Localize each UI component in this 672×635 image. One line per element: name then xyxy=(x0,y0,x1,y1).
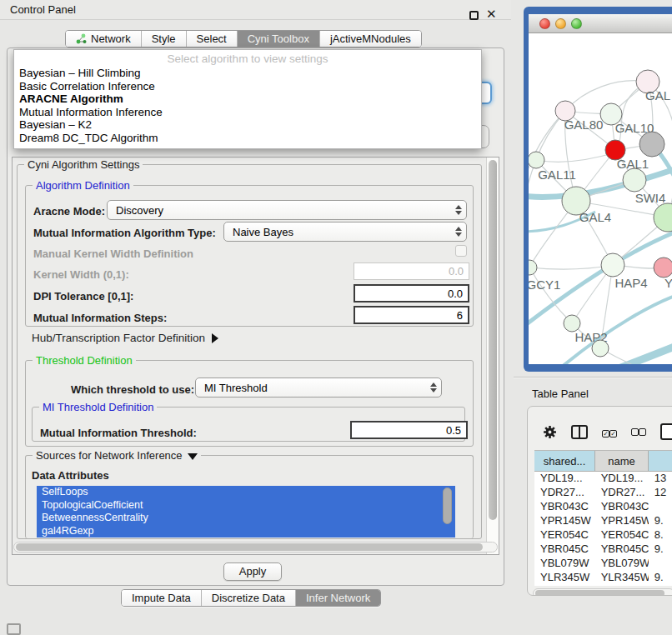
network-node-gcy1[interactable] xyxy=(529,260,537,275)
tab-jactivemnodules[interactable]: jActiveMNodules xyxy=(320,31,421,47)
network-node-gal11[interactable] xyxy=(529,152,544,168)
tab-cyni-toolbox[interactable]: Cyni Toolbox xyxy=(238,31,320,47)
which-threshold-combobox[interactable]: MI Threshold xyxy=(195,378,442,398)
node-table[interactable]: shared...name YDL19...YDL19...13YDR27...… xyxy=(534,450,672,586)
apply-button[interactable]: Apply xyxy=(223,562,282,581)
algorithm-option[interactable]: Basic Correlation Inference xyxy=(14,80,481,93)
table-horizontal-scrollbar[interactable] xyxy=(533,588,672,596)
zoom-window-icon[interactable] xyxy=(571,18,582,29)
tab-impute-data[interactable]: Impute Data xyxy=(122,590,202,606)
algorithm-option[interactable]: Bayesian – Hill Climbing xyxy=(14,67,481,80)
table-cell: YLR345W xyxy=(534,571,595,585)
scrollbar-thumb[interactable] xyxy=(443,488,452,524)
table-cell: YIL052C xyxy=(595,585,649,586)
minimize-window-icon[interactable] xyxy=(555,18,566,29)
manual-kernel-label: Manual Kernel Width Definition xyxy=(33,248,193,260)
table-cell: YBR043C xyxy=(534,500,595,514)
float-window-icon[interactable] xyxy=(469,11,479,20)
close-window-icon[interactable] xyxy=(539,18,550,29)
table-row[interactable]: YLR345WYLR345W9. xyxy=(534,571,672,585)
column-header-shared[interactable]: shared... xyxy=(534,451,595,471)
column-header[interactable] xyxy=(649,451,672,471)
table-row[interactable]: YER054CYER054C8. xyxy=(534,528,672,542)
table-row[interactable]: YDL19...YDL19...13 xyxy=(534,472,672,486)
algorithm-option[interactable]: ARACNE Algorithm xyxy=(14,92,481,106)
panel-divider xyxy=(514,377,672,378)
expand-right-icon[interactable] xyxy=(212,333,218,343)
close-panel-icon[interactable]: ✕ xyxy=(486,7,497,22)
mini-dock-icon[interactable] xyxy=(7,623,21,635)
attribute-list-item[interactable]: SelfLoops xyxy=(37,486,455,499)
table-row[interactable]: YIL052CYIL052C9 xyxy=(534,585,672,586)
network-canvas[interactable]: GALGAL80GAL10GAL1GAL11SWI4GAL4GCY1HAP4YH… xyxy=(529,33,672,364)
algorithm-option[interactable]: Dream8 DC_TDC Algorithm xyxy=(14,132,481,145)
gear-icon[interactable] xyxy=(543,425,557,439)
sources-group-title[interactable]: Sources for Network Inference xyxy=(33,449,201,462)
network-node[interactable] xyxy=(639,132,664,157)
tab-discretize-data[interactable]: Discretize Data xyxy=(202,590,296,606)
attributes-list-scrollbar[interactable] xyxy=(443,488,452,535)
column-header-name[interactable]: name xyxy=(595,451,649,471)
table-cell: YDR27... xyxy=(534,486,595,500)
scrollbar-thumb[interactable] xyxy=(16,543,483,551)
algorithm-dropdown-placeholder: Select algorithm to view settings xyxy=(14,50,481,67)
scrollbar-thumb[interactable] xyxy=(535,590,664,596)
tab-infer-network[interactable]: Infer Network xyxy=(296,590,380,606)
table-row[interactable]: YPR145WYPR145W9. xyxy=(534,514,672,528)
data-attributes-list[interactable]: SelfLoopsTopologicalCoefficientBetweenne… xyxy=(37,486,455,538)
group-title: Threshold Definition xyxy=(33,354,136,367)
node-label: GAL80 xyxy=(564,118,604,132)
table-row[interactable]: YBL079WYBL079W xyxy=(534,557,672,571)
deselect-all-columns-icon[interactable] xyxy=(631,426,646,438)
tab-style[interactable]: Style xyxy=(142,31,187,47)
tab-select[interactable]: Select xyxy=(187,31,238,47)
attribute-list-item[interactable]: BetweennessCentrality xyxy=(37,512,455,525)
mi-type-label: Mutual Information Algorithm Type: xyxy=(33,227,216,239)
mi-type-combobox[interactable]: Naive Bayes xyxy=(223,222,467,242)
network-edge[interactable] xyxy=(529,111,565,268)
dpi-tolerance-label: DPI Tolerance [0,1]: xyxy=(33,290,133,302)
split-view-icon[interactable] xyxy=(571,425,588,439)
table-cell: YIL052C xyxy=(534,585,595,586)
network-node-swi4[interactable] xyxy=(623,168,646,192)
mi-steps-field[interactable]: 6 xyxy=(354,306,469,324)
network-edge[interactable] xyxy=(529,265,613,269)
table-row[interactable]: YDR27...YDR27...12 xyxy=(534,486,672,500)
function-builder-icon[interactable] xyxy=(660,423,672,440)
network-edge[interactable] xyxy=(536,152,615,162)
network-node[interactable] xyxy=(592,340,609,357)
attribute-list-item[interactable]: gal4RGexp xyxy=(37,525,455,538)
network-node-y[interactable] xyxy=(654,258,672,278)
table-row[interactable]: YBR045CYBR045C9. xyxy=(534,542,672,557)
scrollbar-thumb[interactable] xyxy=(489,160,497,520)
mi-threshold-field[interactable]: 0.5 xyxy=(350,421,468,439)
attribute-list-item[interactable]: TopologicalCoefficient xyxy=(37,499,455,512)
tab-label: Discretize Data xyxy=(212,592,285,604)
collapse-down-icon[interactable] xyxy=(188,453,198,460)
manual-kernel-checkbox[interactable] xyxy=(455,245,467,257)
hub-definition-expander[interactable]: Hub/Transcription Factor Definition xyxy=(32,332,218,344)
select-all-columns-icon[interactable]: ✓✓ xyxy=(602,426,617,438)
kernel-width-field[interactable]: 0.0 xyxy=(354,262,469,280)
dpi-tolerance-field[interactable]: 0.0 xyxy=(354,284,469,302)
network-window-titlebar[interactable] xyxy=(529,14,672,33)
which-threshold-value: MI Threshold xyxy=(196,382,428,394)
table-cell: 9. xyxy=(649,514,672,528)
network-edge[interactable] xyxy=(619,340,672,364)
table-cell: YER054C xyxy=(534,528,595,542)
aracne-mode-combobox[interactable]: Discovery xyxy=(107,200,467,220)
table-cell: YPR145W xyxy=(534,514,595,528)
tab-network[interactable]: Network xyxy=(66,31,142,47)
table-row[interactable]: YBR043CYBR043C xyxy=(534,500,672,514)
table-cell: YBR045C xyxy=(595,542,649,557)
settings-horizontal-scrollbar[interactable] xyxy=(13,542,498,552)
algorithm-option[interactable]: Bayesian – K2 xyxy=(14,118,481,132)
network-node-hap2[interactable] xyxy=(564,315,580,332)
tab-label: jActiveMNodules xyxy=(330,32,411,45)
algorithm-option[interactable]: Mutual Information Inference xyxy=(14,106,481,119)
mi-steps-label: Mutual Information Steps: xyxy=(33,312,167,324)
settings-vertical-scrollbar[interactable] xyxy=(486,158,499,554)
network-node-hap4[interactable] xyxy=(601,253,624,277)
table-cell: YDR27... xyxy=(595,486,649,500)
network-edge[interactable] xyxy=(529,160,536,268)
